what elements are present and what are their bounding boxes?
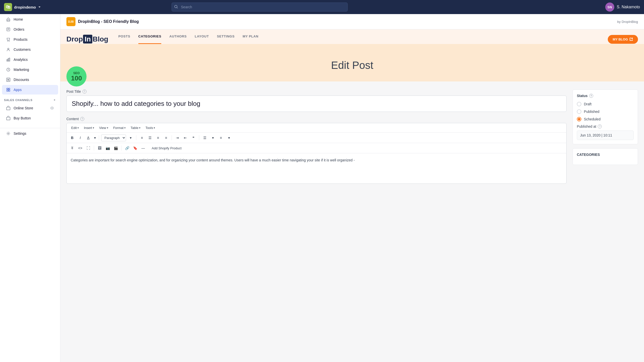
categories-title: CATEGORIES: [577, 153, 634, 157]
align-left-button[interactable]: ≡: [138, 134, 145, 141]
status-draft-option[interactable]: Draft: [577, 102, 634, 106]
add-sales-channel-icon[interactable]: ＋: [53, 98, 56, 102]
separator-4: [199, 135, 199, 140]
sidebar-item-marketing[interactable]: Marketing: [2, 65, 58, 74]
main-layout: Home Orders Products Customers Analytics…: [0, 14, 644, 362]
edit-post-main: Post Title ? Content ? Edit ▾ Insert ▾ V…: [66, 89, 567, 184]
italic-button[interactable]: I: [77, 134, 84, 141]
image-button[interactable]: 📷: [104, 145, 111, 152]
bookmark-button[interactable]: 🔖: [132, 145, 139, 152]
ul-caret[interactable]: ▾: [209, 134, 216, 141]
sidebar-label-orders: Orders: [14, 27, 24, 31]
blog-nav-myplan[interactable]: MY PLAN: [243, 34, 258, 44]
svg-point-13: [9, 80, 9, 81]
sidebar-label-home: Home: [14, 17, 23, 21]
blog-nav-settings[interactable]: SETTINGS: [217, 34, 234, 44]
align-right-button[interactable]: ≡: [154, 134, 162, 141]
sidebar-item-orders[interactable]: Orders: [2, 25, 58, 34]
external-link-icon: [629, 37, 633, 41]
blog-logo: DropInBlog: [66, 35, 108, 43]
sidebar-item-discounts[interactable]: Discounts: [2, 75, 58, 84]
post-title-label: Post Title ?: [66, 89, 567, 94]
sidebar-label-buy-button: Buy Button: [14, 116, 31, 120]
sidebar-item-online-store[interactable]: Online Store: [2, 103, 58, 113]
home-icon: [6, 17, 11, 22]
format-caret: ▾: [124, 126, 126, 129]
table-caret: ▾: [139, 126, 140, 129]
avatar: SN: [605, 3, 614, 12]
status-title: Status ?: [577, 94, 634, 98]
ol-button[interactable]: ≡: [217, 134, 224, 141]
blog-nav-posts[interactable]: POSTS: [118, 34, 130, 44]
editor-menu-format[interactable]: Format ▾: [111, 125, 128, 131]
blockquote-button[interactable]: ❝: [190, 134, 197, 141]
underline-button[interactable]: A: [85, 134, 92, 141]
svg-rect-9: [7, 60, 8, 61]
scheduled-radio[interactable]: [577, 117, 581, 121]
post-title-help[interactable]: ?: [83, 89, 87, 94]
content-help[interactable]: ?: [80, 117, 84, 121]
svg-point-6: [8, 41, 8, 41]
published-radio[interactable]: [577, 109, 581, 114]
sidebar-item-settings[interactable]: Settings: [2, 129, 58, 138]
editor-content[interactable]: Categories are important for search engi…: [67, 153, 566, 184]
add-shopify-product-button[interactable]: Add Shopify Product: [152, 146, 182, 150]
status-scheduled-option[interactable]: Scheduled: [577, 117, 634, 121]
orders-icon: [6, 27, 11, 32]
blog-topnav-inner: DropInBlog POSTS CATEGORIES AUTHORS LAYO…: [66, 34, 638, 44]
published-at-help[interactable]: ?: [598, 124, 602, 128]
draft-radio[interactable]: [577, 102, 581, 106]
editor-menu-edit[interactable]: Edit ▾: [69, 125, 81, 131]
sidebar-item-analytics[interactable]: Analytics: [2, 55, 58, 64]
indent-button[interactable]: ⇥: [174, 134, 181, 141]
sidebar-item-apps[interactable]: Apps: [2, 85, 58, 95]
sidebar-item-customers[interactable]: Customers: [2, 45, 58, 54]
user-menu[interactable]: SN S. Nakamoto: [605, 3, 640, 12]
published-label: Published: [584, 110, 599, 114]
paragraph-select[interactable]: Paragraph: [101, 134, 126, 141]
editor-menu-view[interactable]: View ▾: [97, 125, 111, 131]
outdent-button[interactable]: ⇤: [182, 134, 189, 141]
fullscreen-button[interactable]: ⛶: [85, 145, 92, 152]
svg-rect-17: [9, 88, 10, 89]
plugin-header: DJB DropInBlog - SEO Friendly Blog by Dr…: [60, 14, 644, 29]
sidebar-item-buy-button[interactable]: Buy Button: [2, 113, 58, 123]
bold-button[interactable]: B: [69, 134, 76, 141]
insert-caret: ▾: [93, 126, 94, 129]
align-center-button[interactable]: ☰: [146, 134, 153, 141]
link-button[interactable]: 🔗: [124, 145, 131, 152]
editor-menu-tools[interactable]: Tools ▾: [143, 125, 157, 131]
status-published-option[interactable]: Published: [577, 109, 634, 114]
strikethrough-button[interactable]: T: [69, 145, 76, 152]
eye-icon: [50, 106, 54, 110]
hr-button[interactable]: —: [140, 145, 147, 152]
blog-nav-authors[interactable]: AUTHORS: [169, 34, 187, 44]
sidebar-item-products[interactable]: Products: [2, 35, 58, 44]
sidebar-item-home[interactable]: Home: [2, 15, 58, 24]
search-input[interactable]: [172, 3, 348, 12]
status-help[interactable]: ?: [589, 94, 593, 98]
sales-channels-section: SALES CHANNELS ＋: [0, 95, 60, 103]
svg-point-12: [7, 79, 8, 79]
published-at-input[interactable]: [577, 130, 634, 140]
svg-rect-16: [7, 88, 8, 89]
underline-caret[interactable]: ▾: [93, 134, 97, 141]
status-card: Status ? Draft Published Scheduled: [573, 89, 638, 144]
blog-nav-categories[interactable]: CATEGORIES: [138, 34, 162, 44]
align-justify-button[interactable]: ≡: [163, 134, 170, 141]
categories-card: CATEGORIES: [573, 148, 638, 165]
editor-toolbar-2: T <> ⛶ 🖼 📷 🎬 🔗 🔖 — Add Shopify Product: [67, 143, 566, 153]
code-button[interactable]: <>: [77, 145, 84, 152]
editor-menu-insert[interactable]: Insert ▾: [81, 125, 97, 131]
blog-nav-layout[interactable]: LAYOUT: [195, 34, 209, 44]
paragraph-caret[interactable]: ▾: [127, 134, 134, 141]
ul-button[interactable]: ☰: [201, 134, 208, 141]
editor-menu-table[interactable]: Table ▾: [128, 125, 143, 131]
topbar: 🛍 dropindemo SN S. Nakamoto: [0, 0, 644, 14]
post-title-input[interactable]: [66, 96, 567, 112]
image-placeholder-button[interactable]: 🖼: [96, 145, 103, 152]
my-blog-button[interactable]: MY BLOG: [608, 35, 638, 44]
media-button[interactable]: 🎬: [112, 145, 119, 152]
ol-caret[interactable]: ▾: [225, 134, 232, 141]
store-logo[interactable]: 🛍 dropindemo: [4, 3, 41, 11]
